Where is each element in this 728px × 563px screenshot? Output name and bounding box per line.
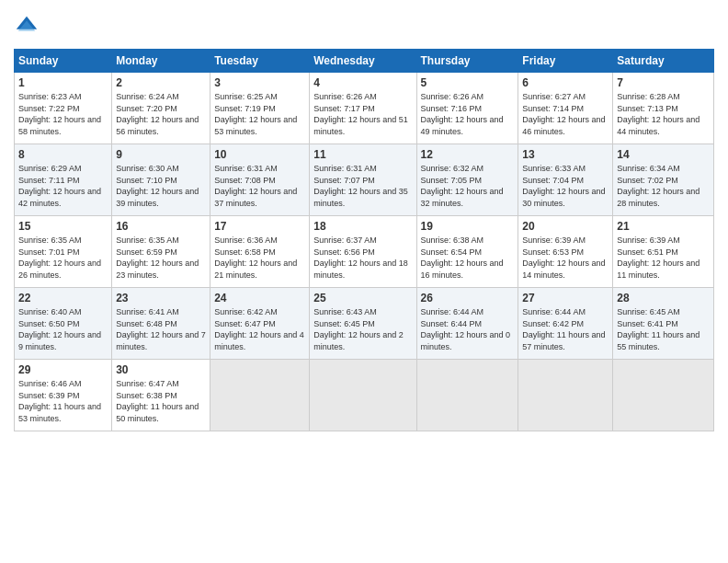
day-number: 14: [617, 148, 710, 161]
day-cell: 22Sunrise: 6:40 AMSunset: 6:50 PMDayligh…: [15, 288, 112, 360]
day-number: 26: [421, 292, 515, 304]
logo: [14, 14, 43, 40]
day-info: Sunrise: 6:28 AMSunset: 7:13 PMDaylight:…: [617, 91, 710, 137]
day-number: 3: [214, 76, 305, 89]
day-info: Sunrise: 6:30 AMSunset: 7:10 PMDaylight:…: [116, 163, 206, 209]
day-cell: [210, 360, 310, 431]
day-info: Sunrise: 6:33 AMSunset: 7:04 PMDaylight:…: [522, 163, 609, 209]
day-number: 15: [18, 220, 108, 233]
day-cell: 7Sunrise: 6:28 AMSunset: 7:13 PMDaylight…: [613, 73, 714, 144]
day-cell: 28Sunrise: 6:45 AMSunset: 6:41 PMDayligh…: [613, 288, 714, 360]
day-number: 23: [116, 292, 206, 304]
day-info: Sunrise: 6:32 AMSunset: 7:05 PMDaylight:…: [421, 163, 515, 209]
day-number: 19: [421, 220, 515, 233]
day-number: 8: [18, 148, 108, 161]
day-info: Sunrise: 6:37 AMSunset: 6:56 PMDaylight:…: [313, 235, 412, 281]
calendar-table: SundayMondayTuesdayWednesdayThursdayFrid…: [14, 49, 714, 431]
day-cell: 1Sunrise: 6:23 AMSunset: 7:22 PMDaylight…: [15, 73, 112, 144]
day-cell: 17Sunrise: 6:36 AMSunset: 6:58 PMDayligh…: [210, 216, 310, 288]
day-cell: 2Sunrise: 6:24 AMSunset: 7:20 PMDaylight…: [112, 73, 210, 144]
day-cell: [416, 360, 518, 431]
day-cell: 12Sunrise: 6:32 AMSunset: 7:05 PMDayligh…: [416, 144, 518, 216]
weekday-header-tuesday: Tuesday: [210, 50, 310, 73]
day-info: Sunrise: 6:29 AMSunset: 7:11 PMDaylight:…: [18, 163, 108, 209]
day-info: Sunrise: 6:35 AMSunset: 7:01 PMDaylight:…: [18, 235, 108, 281]
week-row-0: 1Sunrise: 6:23 AMSunset: 7:22 PMDaylight…: [15, 73, 714, 144]
day-info: Sunrise: 6:39 AMSunset: 6:53 PMDaylight:…: [522, 235, 609, 281]
page: SundayMondayTuesdayWednesdayThursdayFrid…: [0, 0, 728, 563]
weekday-header-friday: Friday: [518, 50, 613, 73]
day-number: 1: [18, 76, 108, 89]
day-number: 27: [522, 292, 609, 304]
day-number: 11: [313, 148, 412, 161]
day-info: Sunrise: 6:45 AMSunset: 6:41 PMDaylight:…: [617, 306, 710, 352]
day-cell: 21Sunrise: 6:39 AMSunset: 6:51 PMDayligh…: [613, 216, 714, 288]
day-cell: 14Sunrise: 6:34 AMSunset: 7:02 PMDayligh…: [613, 144, 714, 216]
day-info: Sunrise: 6:24 AMSunset: 7:20 PMDaylight:…: [116, 91, 206, 137]
day-number: 18: [313, 220, 412, 233]
weekday-header-thursday: Thursday: [416, 50, 518, 73]
day-cell: 11Sunrise: 6:31 AMSunset: 7:07 PMDayligh…: [310, 144, 416, 216]
day-number: 9: [116, 148, 206, 161]
day-info: Sunrise: 6:31 AMSunset: 7:07 PMDaylight:…: [313, 163, 412, 209]
week-row-1: 8Sunrise: 6:29 AMSunset: 7:11 PMDaylight…: [15, 144, 714, 216]
weekday-header-row: SundayMondayTuesdayWednesdayThursdayFrid…: [15, 50, 714, 73]
day-info: Sunrise: 6:43 AMSunset: 6:45 PMDaylight:…: [313, 306, 412, 352]
day-info: Sunrise: 6:42 AMSunset: 6:47 PMDaylight:…: [214, 306, 305, 352]
day-number: 4: [313, 76, 412, 89]
day-info: Sunrise: 6:34 AMSunset: 7:02 PMDaylight:…: [617, 163, 710, 209]
weekday-header-monday: Monday: [112, 50, 210, 73]
day-cell: 4Sunrise: 6:26 AMSunset: 7:17 PMDaylight…: [310, 73, 416, 144]
day-number: 12: [421, 148, 515, 161]
day-cell: [310, 360, 416, 431]
day-number: 30: [116, 363, 206, 376]
day-number: 21: [617, 220, 710, 233]
day-number: 2: [116, 76, 206, 89]
day-cell: 9Sunrise: 6:30 AMSunset: 7:10 PMDaylight…: [112, 144, 210, 216]
day-info: Sunrise: 6:38 AMSunset: 6:54 PMDaylight:…: [421, 235, 515, 281]
day-number: 17: [214, 220, 305, 233]
week-row-3: 22Sunrise: 6:40 AMSunset: 6:50 PMDayligh…: [15, 288, 714, 360]
day-cell: 27Sunrise: 6:44 AMSunset: 6:42 PMDayligh…: [518, 288, 613, 360]
day-number: 20: [522, 220, 609, 233]
day-cell: 23Sunrise: 6:41 AMSunset: 6:48 PMDayligh…: [112, 288, 210, 360]
weekday-header-saturday: Saturday: [613, 50, 714, 73]
day-cell: 15Sunrise: 6:35 AMSunset: 7:01 PMDayligh…: [15, 216, 112, 288]
day-info: Sunrise: 6:26 AMSunset: 7:16 PMDaylight:…: [421, 91, 515, 137]
day-number: 13: [522, 148, 609, 161]
day-cell: [518, 360, 613, 431]
day-cell: 29Sunrise: 6:46 AMSunset: 6:39 PMDayligh…: [15, 360, 112, 431]
day-info: Sunrise: 6:39 AMSunset: 6:51 PMDaylight:…: [617, 235, 710, 281]
day-cell: 19Sunrise: 6:38 AMSunset: 6:54 PMDayligh…: [416, 216, 518, 288]
day-cell: 3Sunrise: 6:25 AMSunset: 7:19 PMDaylight…: [210, 73, 310, 144]
day-cell: 26Sunrise: 6:44 AMSunset: 6:44 PMDayligh…: [416, 288, 518, 360]
day-info: Sunrise: 6:44 AMSunset: 6:44 PMDaylight:…: [421, 306, 515, 352]
day-info: Sunrise: 6:47 AMSunset: 6:38 PMDaylight:…: [116, 378, 206, 424]
logo-icon: [14, 14, 40, 40]
day-info: Sunrise: 6:44 AMSunset: 6:42 PMDaylight:…: [522, 306, 609, 352]
day-cell: 25Sunrise: 6:43 AMSunset: 6:45 PMDayligh…: [310, 288, 416, 360]
day-cell: 13Sunrise: 6:33 AMSunset: 7:04 PMDayligh…: [518, 144, 613, 216]
day-number: 22: [18, 292, 108, 304]
day-cell: 16Sunrise: 6:35 AMSunset: 6:59 PMDayligh…: [112, 216, 210, 288]
day-number: 7: [617, 76, 710, 89]
day-info: Sunrise: 6:23 AMSunset: 7:22 PMDaylight:…: [18, 91, 108, 137]
day-info: Sunrise: 6:46 AMSunset: 6:39 PMDaylight:…: [18, 378, 108, 424]
week-row-4: 29Sunrise: 6:46 AMSunset: 6:39 PMDayligh…: [15, 360, 714, 431]
day-cell: 24Sunrise: 6:42 AMSunset: 6:47 PMDayligh…: [210, 288, 310, 360]
day-info: Sunrise: 6:41 AMSunset: 6:48 PMDaylight:…: [116, 306, 206, 352]
day-cell: 18Sunrise: 6:37 AMSunset: 6:56 PMDayligh…: [310, 216, 416, 288]
week-row-2: 15Sunrise: 6:35 AMSunset: 7:01 PMDayligh…: [15, 216, 714, 288]
weekday-header-sunday: Sunday: [15, 50, 112, 73]
day-info: Sunrise: 6:26 AMSunset: 7:17 PMDaylight:…: [313, 91, 412, 137]
day-number: 29: [18, 363, 108, 376]
day-cell: 8Sunrise: 6:29 AMSunset: 7:11 PMDaylight…: [15, 144, 112, 216]
day-cell: 30Sunrise: 6:47 AMSunset: 6:38 PMDayligh…: [112, 360, 210, 431]
header: [14, 14, 714, 40]
day-cell: 6Sunrise: 6:27 AMSunset: 7:14 PMDaylight…: [518, 73, 613, 144]
day-info: Sunrise: 6:40 AMSunset: 6:50 PMDaylight:…: [18, 306, 108, 352]
weekday-header-wednesday: Wednesday: [310, 50, 416, 73]
day-info: Sunrise: 6:31 AMSunset: 7:08 PMDaylight:…: [214, 163, 305, 209]
day-cell: 5Sunrise: 6:26 AMSunset: 7:16 PMDaylight…: [416, 73, 518, 144]
day-number: 5: [421, 76, 515, 89]
